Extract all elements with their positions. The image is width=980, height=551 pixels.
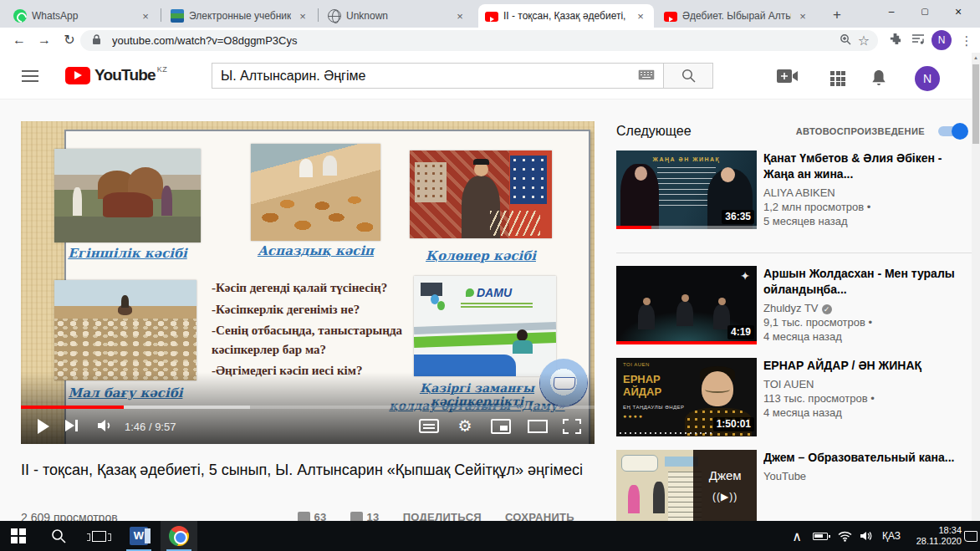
search-icon [51, 528, 66, 543]
taskbar-clock[interactable]: 18:34 28.11.2020 [910, 525, 962, 547]
browser-profile-avatar[interactable]: N [932, 30, 952, 50]
window-maximize-button[interactable]: ▢ [908, 0, 942, 25]
video-title[interactable]: Қанат Үмбетов & Әлия Әбікен - Жаңа ан жи… [763, 151, 972, 182]
miniplayer-icon[interactable] [491, 416, 513, 437]
damu-sign-text: DAMU [466, 286, 512, 299]
media-controls-icon[interactable] [908, 31, 928, 51]
window-minimize-button[interactable]: – [875, 0, 908, 25]
video-thumbnail[interactable]: TOI AUEN ЕРНАРАЙДАР ЕҢ ТАҢДАУЛЫ ӘНДЕР ●●… [616, 358, 757, 436]
video-title: II - тоқсан, Қазақ әдебиеті, 5 сынып, Ы.… [21, 459, 600, 481]
forward-button[interactable]: → [33, 29, 55, 51]
language-indicator[interactable]: ҚАЗ [878, 521, 905, 551]
youtube-account-avatar[interactable]: N [915, 66, 940, 91]
reload-button[interactable]: ↻ [59, 29, 80, 51]
tab-active-youtube[interactable]: II - тоқсан, Қазақ әдебиеті, 5 с × [478, 4, 654, 28]
windows-taskbar: W ∧ ҚАЗ 18:34 28.11.2020 [0, 521, 980, 551]
thumbnail-channel-text: TOI AUEN [623, 362, 650, 367]
thumbnail-dots: ●●●● [623, 413, 644, 419]
url-text[interactable]: youtube.com/watch?v=O8dggmP3Cys [112, 34, 836, 47]
recommended-video-2[interactable]: ✦ 4:19 Аршын Жолдасхан - Мен туралы ойла… [616, 266, 972, 344]
video-thumbnail[interactable]: ✦ 4:19 [616, 266, 757, 344]
view-count: 1,2 млн просмотров • [763, 201, 972, 213]
search-input[interactable] [221, 69, 638, 84]
recommended-video-1[interactable]: ЖАҢА ӘН ЖИНАҚ 36:35 Қанат Үмбетов & Әлия… [616, 151, 972, 229]
channel-name[interactable]: TOI AUEN [763, 378, 972, 390]
settings-gear-icon[interactable]: ⚙ [454, 416, 476, 437]
bookmark-star-icon[interactable]: ☆ [855, 33, 873, 48]
fullscreen-icon[interactable] [563, 416, 584, 437]
close-icon[interactable]: × [796, 10, 809, 23]
close-icon[interactable]: × [296, 10, 309, 23]
page-content: Егіншілік кәсібі Аспаздық кәсіп Қолөнер … [0, 99, 972, 521]
keyboard-icon[interactable] [638, 69, 663, 84]
upload-age: 5 месяцев назад [763, 215, 972, 227]
youtube-icon [485, 12, 498, 22]
video-thumbnail[interactable]: Джем ((▶)) [616, 450, 757, 528]
close-icon[interactable]: × [139, 10, 152, 23]
video-thumbnail[interactable]: ЖАҢА ӘН ЖИНАҚ 36:35 [616, 151, 757, 229]
youtube-apps-icon[interactable] [828, 69, 848, 89]
video-player[interactable]: Егіншілік кәсібі Аспаздық кәсіп Қолөнер … [21, 121, 595, 444]
channel-name[interactable]: Zhuldyz TV✓ [763, 302, 972, 314]
search-button[interactable] [663, 63, 713, 89]
slide-image-herding [54, 280, 197, 380]
recommended-video-4[interactable]: Джем ((▶)) Джем – Образовательный кана..… [616, 450, 972, 528]
address-bar[interactable]: youtube.com/watch?v=O8dggmP3Cys ☆ [80, 30, 878, 51]
start-button[interactable] [0, 521, 37, 551]
volume-icon[interactable] [94, 416, 116, 437]
guide-menu-icon[interactable] [22, 70, 38, 82]
video-title[interactable]: Джем – Образовательный кана... [763, 450, 972, 466]
tab-youtube-2[interactable]: Әдебиет. Ыбырай Алтынсари × [657, 4, 816, 28]
slide-image-farming [54, 149, 201, 242]
browser-menu-icon[interactable]: ⋮ [957, 31, 977, 51]
chrome-taskbar-button[interactable] [161, 521, 197, 551]
close-icon[interactable]: × [453, 10, 467, 23]
theater-mode-icon[interactable] [528, 416, 549, 437]
live-overlay: Джем ((▶)) [693, 450, 757, 528]
create-video-icon[interactable] [777, 69, 797, 89]
next-button[interactable] [63, 416, 84, 437]
back-button[interactable]: ← [8, 29, 30, 51]
caption-cooking: Аспаздық кәсіп [251, 243, 380, 258]
speaker-icon[interactable] [856, 521, 876, 551]
scrollbar-up-icon[interactable]: ▲ [972, 53, 980, 60]
extensions-puzzle-icon[interactable] [885, 31, 905, 51]
wifi-icon[interactable] [835, 521, 855, 551]
notifications-bell-icon[interactable] [870, 69, 890, 89]
tab-title: Электронные учебники Все у [189, 10, 291, 22]
tray-chevron-icon[interactable]: ∧ [788, 521, 806, 551]
search-box[interactable] [212, 63, 663, 89]
watched-bar [616, 341, 757, 344]
tab-ebooks[interactable]: Электронные учебники Все у × [164, 4, 316, 28]
recommended-video-3[interactable]: TOI AUEN ЕРНАРАЙДАР ЕҢ ТАҢДАУЛЫ ӘНДЕР ●●… [616, 358, 972, 436]
youtube-icon [664, 12, 677, 22]
video-title[interactable]: Аршын Жолдасхан - Мен туралы ойландыңба.… [763, 266, 972, 298]
tab-title: II - тоқсан, Қазақ әдебиеті, 5 с [503, 10, 629, 22]
youtube-logo[interactable]: YouTube KZ [65, 66, 167, 84]
video-title[interactable]: ЕРНАР АЙДАР / ӘН ЖИНАҚ [763, 358, 972, 374]
word-taskbar-button[interactable]: W [120, 521, 157, 551]
window-close-button[interactable]: × [942, 0, 975, 25]
channel-name[interactable]: ALIYA ABIKEN [763, 186, 972, 199]
tab-whatsapp[interactable]: WhatsApp × [7, 4, 159, 28]
autoplay-toggle[interactable] [938, 126, 967, 136]
tab-separator [161, 8, 161, 22]
chrome-icon [169, 526, 189, 546]
tab-unknown[interactable]: Unknown × [321, 4, 473, 28]
zoom-icon[interactable] [836, 33, 855, 48]
tab-title: Әдебиет. Ыбырай Алтынсари [682, 10, 791, 22]
page-scrollbar[interactable]: ▲ [972, 53, 980, 521]
player-progress-bar[interactable] [21, 406, 595, 409]
books-icon [171, 9, 184, 23]
play-button[interactable] [33, 416, 54, 437]
close-icon[interactable]: × [634, 10, 647, 23]
battery-icon[interactable] [809, 521, 831, 551]
action-center-icon[interactable] [962, 521, 980, 551]
taskbar-search-button[interactable] [40, 521, 77, 551]
channel-name[interactable]: YouTube [763, 470, 972, 482]
live-broadcast-icon: ((▶)) [693, 491, 757, 503]
subtitles-icon[interactable] [419, 416, 441, 437]
task-view-button[interactable] [80, 521, 117, 551]
scrollbar-thumb[interactable] [972, 64, 979, 144]
new-tab-button[interactable]: + [826, 5, 848, 27]
